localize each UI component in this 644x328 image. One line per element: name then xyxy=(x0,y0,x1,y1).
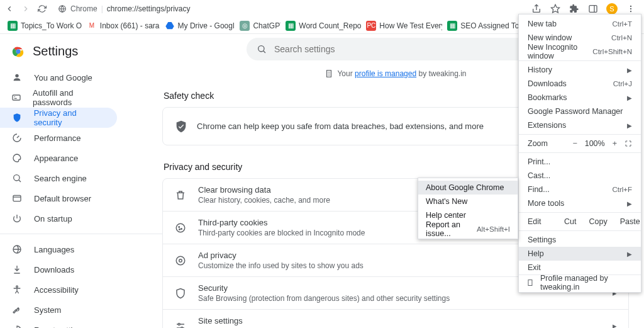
bookmark-item[interactable]: ▦SEO Assigned Topic... xyxy=(443,19,524,33)
zoom-in-button[interactable]: + xyxy=(613,139,617,148)
sheets-icon: ▦ xyxy=(8,21,18,31)
svg-rect-2 xyxy=(589,6,597,13)
menu-bookmarks[interactable]: Bookmarks▶ xyxy=(519,91,641,105)
sheets-icon: ▦ xyxy=(286,21,296,31)
palette-icon xyxy=(11,153,23,163)
menu-edit-row: Edit Cut Copy Paste xyxy=(519,215,641,229)
sidebar-item-reset[interactable]: Reset settings xyxy=(0,320,117,328)
building-icon xyxy=(526,278,534,287)
help-about[interactable]: About Google Chrome xyxy=(418,181,518,195)
help-report-issue[interactable]: Report an issue...Alt+Shift+I xyxy=(418,222,518,236)
zoom-value: 100% xyxy=(585,139,605,148)
reload-icon[interactable] xyxy=(36,3,48,14)
omnibox-app: Chrome xyxy=(70,4,97,13)
sidebar-item-startup[interactable]: On startup xyxy=(0,208,117,229)
avatar[interactable]: S xyxy=(606,3,618,14)
omnibox[interactable]: Chrome | chrome://settings/privacy xyxy=(58,4,191,13)
svg-point-8 xyxy=(16,50,20,54)
sidebar-item-performance[interactable]: Performance xyxy=(0,128,117,148)
sidebar-item-privacy[interactable]: Privacy and security xyxy=(0,108,117,128)
menu-new-tab[interactable]: New tabCtrl+T xyxy=(519,17,641,31)
sidebar-item-default[interactable]: Default browser xyxy=(0,188,117,208)
help-whats-new[interactable]: What's New xyxy=(418,195,518,208)
svg-point-4 xyxy=(630,6,631,7)
bookmark-item[interactable]: ◎ChatGPT xyxy=(236,19,280,33)
row-site-settings[interactable]: Site settingsControls what information s… xyxy=(163,309,628,328)
back-icon[interactable] xyxy=(4,3,15,14)
pcmag-icon: PC xyxy=(366,21,376,31)
cookie-icon xyxy=(174,222,187,234)
menu-zoom: Zoom − 100% + xyxy=(519,137,641,150)
menu-copy[interactable]: Copy xyxy=(589,217,607,226)
sidepanel-icon[interactable] xyxy=(587,3,599,14)
sidebar-item-you-google[interactable]: You and Google xyxy=(0,67,117,88)
menu-downloads[interactable]: DownloadsCtrl+J xyxy=(519,77,641,91)
chevron-right-icon: ▸ xyxy=(613,321,617,328)
globe-icon xyxy=(11,244,23,254)
svg-point-16 xyxy=(16,286,18,288)
svg-rect-13 xyxy=(13,195,21,201)
bookmark-item[interactable]: PCHow We Test Everyt... xyxy=(362,19,442,33)
search-settings[interactable] xyxy=(247,38,540,60)
sidebar-item-autofill[interactable]: Autofill and passwords xyxy=(0,88,117,108)
menu-paste[interactable]: Paste xyxy=(620,217,640,226)
menu-new-incognito[interactable]: New Incognito windowCtrl+Shift+N xyxy=(519,45,641,59)
svg-point-23 xyxy=(179,226,180,227)
sheets-icon: ▦ xyxy=(447,21,457,31)
svg-rect-10 xyxy=(13,95,20,100)
power-icon xyxy=(11,213,23,223)
bookmark-item[interactable]: My Drive - Google... xyxy=(161,19,235,33)
fullscreen-icon[interactable] xyxy=(625,140,632,147)
drive-icon xyxy=(165,21,175,31)
sidebar-item-downloads[interactable]: Downloads xyxy=(0,259,117,280)
menu-print[interactable]: Print... xyxy=(519,155,641,169)
sidebar-item-system[interactable]: System xyxy=(0,300,117,320)
menu-exit[interactable]: Exit xyxy=(519,261,641,274)
share-icon[interactable] xyxy=(531,3,542,14)
trash-icon xyxy=(174,189,187,201)
svg-point-25 xyxy=(179,229,180,230)
menu-more-tools[interactable]: More tools▶ xyxy=(519,196,641,210)
sidebar-item-search[interactable]: Search engine xyxy=(0,168,117,188)
menu-extensions[interactable]: Extensions▶ xyxy=(519,118,641,132)
search-icon xyxy=(11,173,23,183)
settings-sidebar: Settings You and Google Autofill and pas… xyxy=(0,34,162,328)
bookmark-item[interactable]: ▦Word Count_Report... xyxy=(282,19,361,33)
chevron-right-icon: ▶ xyxy=(627,122,632,129)
browser-icon xyxy=(11,193,23,203)
svg-point-19 xyxy=(258,46,264,52)
menu-find[interactable]: Find...Ctrl+F xyxy=(519,183,641,196)
menu-managed[interactable]: Profile managed by tweaking.in xyxy=(519,274,641,290)
sidebar-item-appearance[interactable]: Appearance xyxy=(0,148,117,168)
safety-text: Chrome can help keep you safe from data … xyxy=(197,122,545,131)
menu-help[interactable]: Help▶ xyxy=(519,247,641,261)
sliders-icon xyxy=(174,320,187,329)
svg-point-26 xyxy=(176,256,185,265)
svg-point-11 xyxy=(14,175,19,181)
extensions-icon[interactable] xyxy=(569,3,580,14)
zoom-out-button[interactable]: − xyxy=(572,139,577,148)
settings-title: Settings xyxy=(33,44,78,59)
menu-settings[interactable]: Settings xyxy=(519,233,641,247)
menu-history[interactable]: History▶ xyxy=(519,63,641,77)
search-icon xyxy=(257,44,267,54)
menu-cast[interactable]: Cast... xyxy=(519,169,641,183)
search-input[interactable] xyxy=(274,44,530,54)
building-icon xyxy=(325,69,333,78)
menu-cut[interactable]: Cut xyxy=(564,217,576,226)
bookmark-item[interactable]: MInbox (661) - saran... xyxy=(83,19,160,33)
svg-rect-21 xyxy=(327,71,331,77)
chrome-logo-icon xyxy=(11,45,25,59)
kebab-menu-icon[interactable] xyxy=(625,3,636,14)
star-icon[interactable] xyxy=(550,3,561,14)
sidebar-item-languages[interactable]: Languages xyxy=(0,239,117,259)
svg-point-24 xyxy=(181,228,182,229)
gmail-icon: M xyxy=(87,21,97,31)
bookmark-item[interactable]: ▦Topics_To Work On... xyxy=(4,19,82,33)
svg-rect-32 xyxy=(528,280,532,285)
forward-icon[interactable] xyxy=(20,3,31,14)
menu-gpm[interactable]: Google Password Manager xyxy=(519,105,641,118)
profile-managed-link[interactable]: profile is managed xyxy=(355,69,416,78)
shield-check-icon xyxy=(174,120,188,133)
sidebar-item-accessibility[interactable]: Accessibility xyxy=(0,280,117,300)
